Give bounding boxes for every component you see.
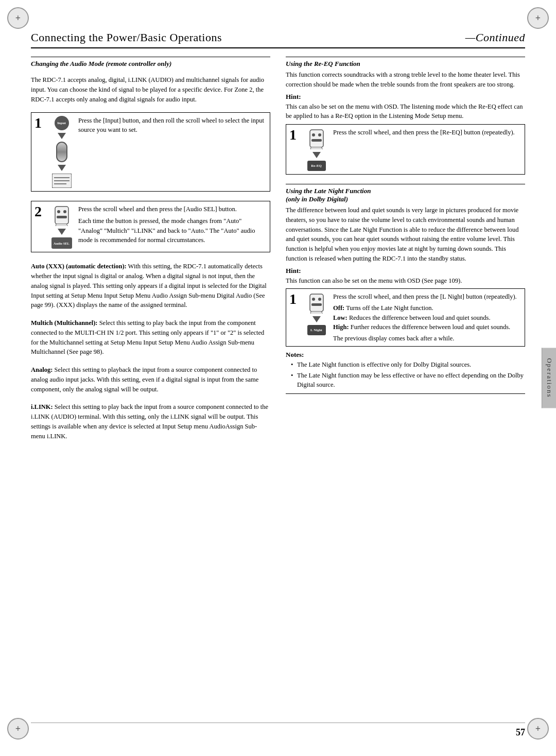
latenight-step-1-icon-col: L Night (305, 292, 328, 343)
reeq-step-1-icon-col: Re-EQ (305, 128, 328, 171)
page-wrapper: Connecting the Power/Basic Operations —C… (0, 0, 556, 756)
reeq-section: Using the Re-EQ Function This function c… (286, 57, 525, 179)
arrow-down-icon (58, 133, 66, 139)
svg-point-5 (57, 210, 60, 213)
svg-rect-4 (55, 207, 68, 224)
latenight-step-1-text: Press the scroll wheel, and then press t… (333, 292, 522, 343)
svg-rect-7 (57, 216, 67, 218)
side-tab-operations: Operations (542, 348, 556, 408)
page-footer: 57 (31, 723, 525, 738)
reeq-hint-text: This can also be set on the menu with OS… (286, 102, 525, 122)
latenight-title: Using the Late Night Function (only in D… (286, 187, 525, 203)
hand-remote-reeq-icon (306, 128, 327, 149)
svg-point-9 (312, 133, 315, 136)
arrow-down-icon-2 (58, 165, 66, 171)
svg-point-13 (312, 298, 315, 301)
reeq-step-1-number: 1 (289, 128, 300, 171)
left-section-header: Changing the Audio Mode (remote controll… (31, 57, 270, 70)
reeq-hint-label: Hint: (286, 93, 525, 101)
latenight-step-1: 1 L Night Press the scroll wh (286, 288, 525, 347)
re-eq-button-icon: Re-EQ (307, 161, 326, 171)
svg-rect-12 (310, 294, 323, 312)
page-header: Connecting the Power/Basic Operations —C… (31, 31, 525, 48)
reeq-step-1-text: Press the scroll wheel, and then press t… (333, 128, 522, 171)
reeq-title: Using the Re-EQ Function (286, 60, 525, 68)
display-lines-icon (52, 174, 72, 188)
svg-rect-15 (311, 303, 322, 306)
svg-point-10 (318, 133, 321, 136)
step-2-text: Press the scroll wheel and then press th… (78, 204, 267, 249)
step-2-number: 2 (34, 204, 45, 249)
left-step-1: 1 Input Press the [Input] button, a (31, 112, 270, 192)
step-2-icon-col: Audio SEL (50, 204, 73, 249)
input-button-icon: Input (55, 116, 69, 130)
left-step-2: 2 Audio SEL Press th (31, 201, 270, 252)
latenight-notes: Notes: The Late Night function is effect… (286, 351, 525, 389)
latenight-step-1-number: 1 (289, 292, 300, 343)
svg-rect-11 (311, 139, 322, 142)
multich-text: Multich (Multichannel): Select this sett… (31, 318, 270, 357)
content-area: Changing the Audio Mode (remote controll… (31, 57, 525, 715)
svg-point-6 (63, 210, 66, 213)
reeq-arrow-down-icon (312, 152, 321, 158)
header-title: Connecting the Power/Basic Operations (31, 31, 222, 44)
left-intro-text: The RDC-7.1 accepts analog, digital, i.L… (31, 75, 270, 104)
latenight-intro: The difference between loud and quiet so… (286, 205, 525, 264)
reeq-intro: This function corrects soundtracks with … (286, 70, 525, 90)
hand-remote-lnight-icon (306, 292, 327, 314)
list-item: The Late Night function may be less effe… (291, 371, 525, 389)
reeq-step-1: 1 Re-EQ Press the scroll whee (286, 124, 525, 175)
list-item: The Late Night function is effective onl… (291, 360, 525, 369)
page-number: 57 (516, 727, 525, 738)
step-1-icon-col: Input (50, 116, 73, 188)
svg-point-14 (318, 298, 321, 301)
header-continued: —Continued (465, 31, 525, 44)
latenight-hint-label: Hint: (286, 267, 525, 275)
latenight-arrow-down-icon (312, 316, 321, 322)
latenight-notes-list: The Late Night function is effective onl… (286, 360, 525, 389)
left-column: Changing the Audio Mode (remote controll… (31, 57, 270, 715)
latenight-section: Using the Late Night Function (only in D… (286, 184, 525, 397)
audio-sel-button-icon: Audio SEL (51, 237, 72, 249)
ilink-text: i.LINK: Select this setting to play back… (31, 402, 270, 441)
l-night-button-icon: L Night (307, 325, 326, 335)
step-1-text: Press the [Input] button, and then roll … (78, 116, 267, 188)
step-1-number: 1 (34, 116, 45, 188)
svg-rect-8 (310, 130, 323, 147)
scroll-wheel-icon (56, 142, 67, 162)
auto-text: Auto (XXX) (automatic detection): With t… (31, 262, 270, 310)
hand-remote-icon (51, 204, 73, 226)
latenight-hint-text: This function can also be set on the men… (286, 276, 525, 286)
arrow-down-icon-3 (58, 229, 66, 235)
analog-text: Analog: Select this setting to playback … (31, 365, 270, 394)
right-column: Using the Re-EQ Function This function c… (286, 57, 525, 715)
